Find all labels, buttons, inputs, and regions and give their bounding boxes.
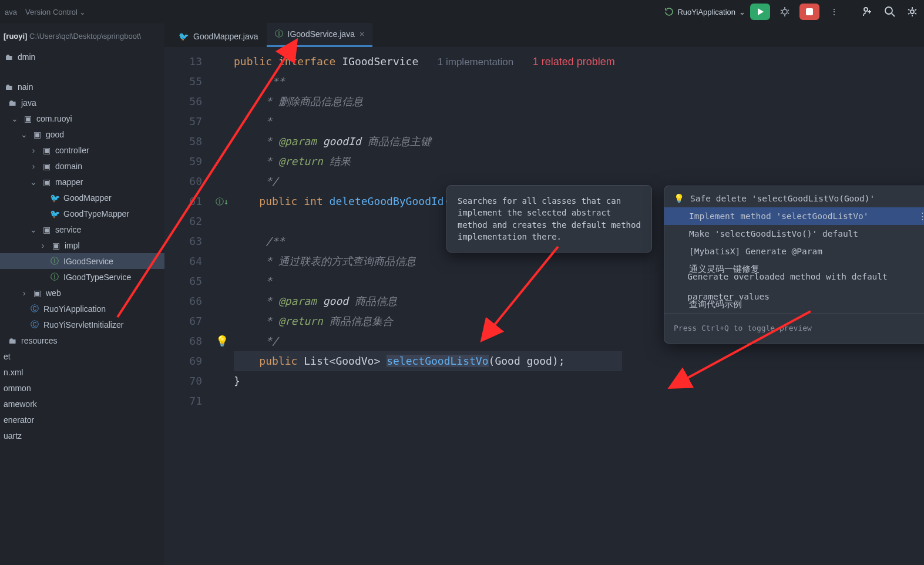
interface-icon: Ⓘ: [275, 29, 283, 39]
code-with-me-icon[interactable]: [862, 6, 873, 18]
chevron-down-icon: ⌄: [79, 8, 86, 16]
tree-package[interactable]: ›▣domain: [0, 158, 164, 174]
tree-package[interactable]: ⌄▣service: [0, 221, 164, 237]
tree-package[interactable]: ⌄▣com.ruoyi: [0, 110, 164, 126]
package-icon: ▣: [41, 177, 52, 187]
run-button[interactable]: [750, 4, 770, 20]
tree-folder[interactable]: 🖿java: [0, 95, 164, 110]
java-file-icon: 🐦: [179, 32, 189, 41]
settings-icon[interactable]: [906, 6, 918, 18]
tab-goodmapper[interactable]: 🐦 GoodMapper.java: [170, 26, 267, 47]
tree-package[interactable]: ›▣web: [0, 285, 164, 301]
tree-package[interactable]: ⌄▣good: [0, 126, 164, 142]
tree-folder[interactable]: 🖿dmin: [0, 49, 164, 65]
folder-icon: 🖿: [4, 52, 14, 62]
action-implement-method[interactable]: Implement method 'selectGoodListVo'⋮: [664, 207, 924, 225]
chevron-down-icon: ⌄: [739, 8, 745, 16]
package-icon: ▣: [32, 288, 42, 298]
implemented-icon[interactable]: Ⓘ↓: [216, 191, 229, 211]
project-tree[interactable]: 🖿dmin 🖿nain 🖿java ⌄▣com.ruoyi ⌄▣good ›▣c…: [0, 49, 164, 443]
close-icon[interactable]: ×: [359, 29, 364, 39]
tree-folder[interactable]: ommon: [0, 380, 164, 396]
package-icon: ▣: [22, 114, 33, 123]
action-make-default[interactable]: Make 'selectGoodListVo()' default: [664, 225, 924, 243]
doc-tooltip: Searches for all classes that can implem…: [446, 185, 652, 253]
interface-icon: Ⓘ: [49, 256, 60, 267]
folder-icon: 🖿: [4, 82, 14, 92]
chevron-right-icon: ›: [29, 162, 38, 171]
tree-package[interactable]: ›▣impl: [0, 237, 164, 253]
editor-tabs: 🐦 GoodMapper.java Ⓘ IGoodService.java ×: [164, 23, 924, 47]
code-line: public interface IGoodService 1 implemen…: [234, 52, 622, 72]
tree-folder[interactable]: 🖿resources: [0, 332, 164, 348]
chevron-down-icon: ⌄: [11, 114, 19, 123]
package-icon: ▣: [41, 162, 52, 171]
class-icon: Ⓒ: [29, 320, 40, 330]
action-overload[interactable]: Generate overloaded method with default …: [664, 278, 924, 295]
bulb-icon[interactable]: 💡: [216, 331, 229, 351]
svg-point-2: [885, 7, 892, 14]
chevron-right-icon: ›: [39, 241, 47, 250]
interface-icon: Ⓘ: [49, 272, 60, 282]
folder-icon: 🖿: [7, 336, 18, 345]
action-mybatisx[interactable]: [MybatisX] Generate @Param: [664, 243, 924, 260]
top-toolbar: ava Version Control ⌄ RuoYiApplication ⌄…: [0, 0, 924, 23]
action-safe-delete[interactable]: 💡Safe delete 'selectGoodListVo(Good)': [664, 190, 924, 207]
debug-button[interactable]: [775, 4, 795, 20]
chevron-down-icon: ⌄: [20, 130, 28, 139]
stop-button[interactable]: [799, 4, 819, 20]
tree-folder[interactable]: uartz: [0, 428, 164, 443]
svg-rect-1: [806, 8, 813, 15]
tree-file[interactable]: ⒾIGoodTypeService: [0, 269, 164, 285]
java-file-icon: 🐦: [49, 209, 60, 218]
rerun-icon: [664, 7, 674, 16]
tree-file[interactable]: ⒸRuoYiApplication: [0, 301, 164, 317]
chevron-right-icon: ›: [20, 288, 28, 298]
package-icon: ▣: [32, 130, 42, 139]
chevron-down-icon: ⌄: [29, 177, 38, 187]
tree-folder[interactable]: amework: [0, 396, 164, 412]
tab-igoodservice[interactable]: Ⓘ IGoodService.java ×: [267, 23, 373, 47]
breadcrumb: [ruoyi] C:\Users\qcl\Desktop\springboot\: [0, 23, 164, 49]
chevron-down-icon: ⌄: [29, 225, 38, 234]
svg-point-0: [782, 9, 787, 14]
tree-file[interactable]: ⒸRuoYiServletInitializer: [0, 317, 164, 332]
class-icon: Ⓒ: [29, 304, 40, 314]
gutter-icons: Ⓘ↓ 💡: [210, 47, 234, 565]
line-numbers: 13 5556575859606162636465666768697071: [164, 47, 210, 565]
code-body[interactable]: public interface IGoodService 1 implemen…: [234, 47, 622, 565]
tree-folder[interactable]: enerator: [0, 412, 164, 428]
svg-point-3: [910, 10, 914, 14]
tree-package[interactable]: ›▣controller: [0, 142, 164, 158]
search-icon[interactable]: [884, 6, 896, 18]
tree-file[interactable]: n.xml: [0, 364, 164, 380]
tree-package[interactable]: ⌄▣mapper: [0, 174, 164, 190]
tree-file[interactable]: 🐦GoodMapper: [0, 190, 164, 206]
package-icon: ▣: [41, 225, 52, 234]
code-editor[interactable]: 13 5556575859606162636465666768697071 Ⓘ↓…: [164, 47, 924, 565]
tree-folder[interactable]: 🖿nain: [0, 79, 164, 95]
folder-icon: 🖿: [7, 98, 18, 107]
more-icon[interactable]: ⋮: [918, 206, 924, 226]
vc-dropdown[interactable]: Version Control ⌄: [25, 8, 86, 16]
intention-actions-popup[interactable]: 💡Safe delete 'selectGoodListVo(Good)' Im…: [664, 186, 924, 344]
popup-footer: Press Ctrl+Q to toggle preview: [664, 313, 924, 343]
chevron-right-icon: ›: [29, 146, 38, 155]
package-icon: ▣: [41, 146, 52, 155]
tree-file[interactable]: 🐦GoodTypeMapper: [0, 206, 164, 221]
bulb-icon: 💡: [674, 189, 684, 208]
java-file-icon: 🐦: [49, 193, 60, 203]
package-icon: ▣: [51, 241, 61, 250]
tree-folder[interactable]: et: [0, 348, 164, 364]
run-config-dropdown[interactable]: RuoYiApplication ⌄: [664, 7, 745, 16]
lang-label: ava: [5, 8, 17, 16]
project-sidebar: [ruoyi] C:\Users\qcl\Desktop\springboot\…: [0, 23, 164, 565]
tree-file-selected[interactable]: ⒾIGoodService: [0, 253, 164, 269]
more-button[interactable]: ⋮: [824, 4, 844, 20]
